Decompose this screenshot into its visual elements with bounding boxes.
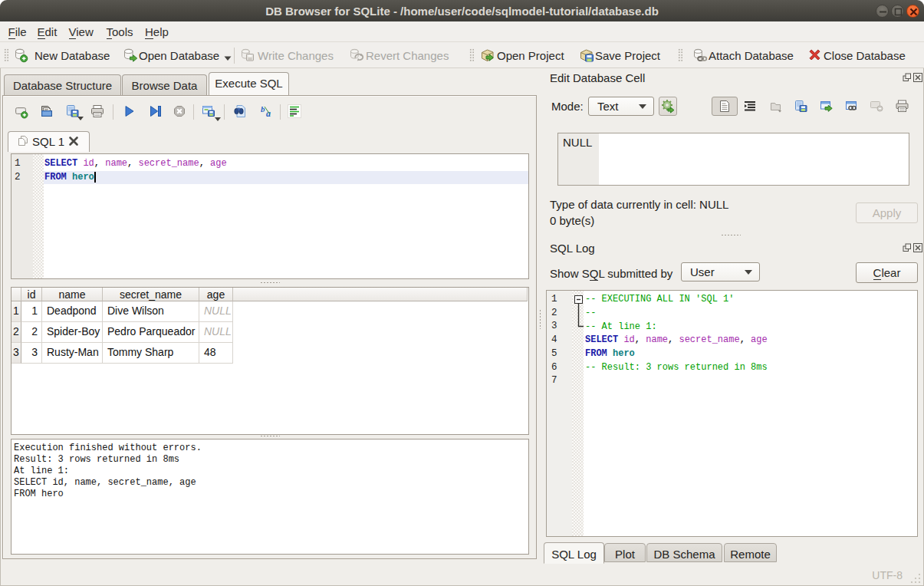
svg-text:b: b xyxy=(261,104,265,114)
